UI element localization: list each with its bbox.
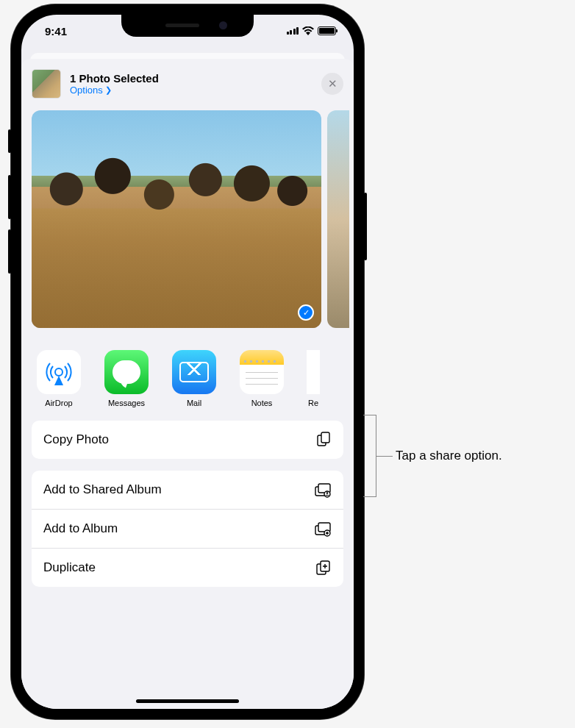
wifi-icon — [302, 26, 314, 35]
action-group-copy: Copy Photo — [32, 421, 343, 459]
app-label: Mail — [187, 399, 201, 407]
action-label: Duplicate — [43, 560, 96, 575]
iphone-device-frame: 9:41 1 Photo Selected Options ❯ ✕ — [11, 4, 364, 719]
action-group-main: Add to Shared Album Add to Album Duplica… — [32, 471, 343, 587]
airdrop-icon — [37, 350, 81, 394]
options-button[interactable]: Options ❯ — [70, 85, 312, 96]
app-label: AirDrop — [45, 399, 72, 407]
annotation-callout: Tap a share option. — [363, 415, 502, 497]
app-label: Messages — [108, 399, 145, 407]
add-to-shared-album-action[interactable]: Add to Shared Album — [32, 471, 343, 510]
cellular-signal-icon — [287, 27, 299, 35]
copy-icon — [315, 432, 332, 448]
share-app-airdrop[interactable]: AirDrop — [36, 350, 82, 407]
notes-icon — [240, 350, 284, 394]
action-label: Add to Album — [43, 521, 118, 536]
callout-text: Tap a share option. — [396, 449, 502, 463]
svg-rect-2 — [321, 432, 329, 443]
home-indicator[interactable] — [136, 699, 239, 703]
sheet-title: 1 Photo Selected — [70, 72, 312, 85]
mail-icon — [172, 350, 216, 394]
side-button — [364, 193, 367, 260]
add-to-album-action[interactable]: Add to Album — [32, 510, 343, 549]
mute-switch — [8, 129, 11, 153]
battery-icon — [318, 26, 336, 35]
copy-photo-action[interactable]: Copy Photo — [32, 421, 343, 459]
selected-checkmark-icon: ✓ — [298, 304, 314, 321]
action-label: Copy Photo — [43, 432, 109, 447]
shared-album-icon — [314, 482, 332, 498]
close-button[interactable]: ✕ — [321, 73, 343, 95]
options-label: Options — [70, 85, 103, 96]
share-apps-row[interactable]: AirDrop Messages Mail Notes — [21, 338, 354, 421]
messages-icon — [104, 350, 149, 394]
volume-down-button — [8, 229, 11, 274]
share-app-notes[interactable]: Notes — [239, 350, 285, 407]
callout-line — [376, 456, 393, 457]
duplicate-action[interactable]: Duplicate — [32, 549, 343, 587]
callout-bracket — [363, 415, 376, 497]
app-label: Re — [308, 399, 318, 407]
share-app-reminders[interactable]: Re — [307, 350, 320, 407]
share-sheet: 1 Photo Selected Options ❯ ✕ ✓ — [21, 59, 354, 709]
selected-photo-preview[interactable]: ✓ — [32, 110, 321, 328]
share-sheet-header: 1 Photo Selected Options ❯ ✕ — [21, 59, 354, 106]
next-photo-peek[interactable] — [327, 110, 349, 328]
svg-point-0 — [55, 368, 63, 376]
chevron-right-icon: ❯ — [105, 85, 112, 95]
app-label: Notes — [251, 399, 273, 407]
share-app-mail[interactable]: Mail — [171, 350, 217, 407]
close-icon: ✕ — [328, 77, 338, 90]
action-label: Add to Shared Album — [43, 482, 162, 497]
share-app-messages[interactable]: Messages — [104, 350, 149, 407]
status-time: 9:41 — [39, 25, 67, 38]
photo-preview-strip[interactable]: ✓ — [21, 106, 354, 338]
duplicate-icon — [315, 560, 332, 576]
notch — [121, 15, 254, 37]
photo-thumbnail[interactable] — [32, 69, 61, 99]
svg-point-6 — [326, 492, 329, 494]
screen: 9:41 1 Photo Selected Options ❯ ✕ — [21, 15, 354, 709]
reminders-icon — [307, 350, 320, 394]
volume-up-button — [8, 175, 11, 219]
add-album-icon — [314, 521, 332, 537]
